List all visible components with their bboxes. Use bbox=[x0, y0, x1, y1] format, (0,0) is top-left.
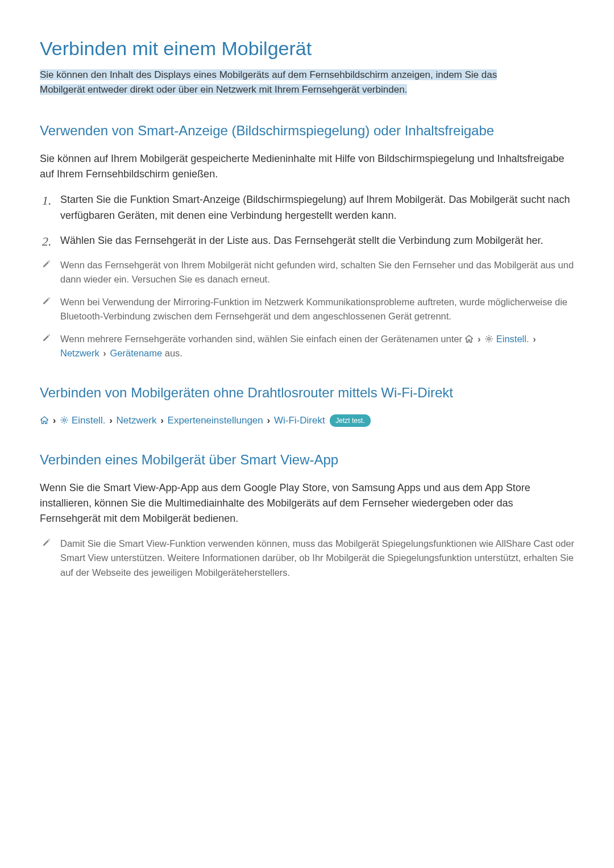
step-1: Starten Sie die Funktion Smart-Anzeige (… bbox=[40, 192, 574, 224]
section3-note-1: Damit Sie die Smart View-Funktion verwen… bbox=[40, 537, 574, 580]
path-devicename: Gerätename bbox=[110, 348, 162, 358]
chevron-icon: › bbox=[478, 332, 481, 347]
try-now-badge[interactable]: Jetzt test. bbox=[330, 414, 370, 427]
path-settings: Einstell. bbox=[72, 415, 106, 426]
section2-heading: Verbinden von Mobilgeräten ohne Drahtlos… bbox=[40, 383, 574, 403]
pencil-icon bbox=[42, 296, 51, 305]
home-icon bbox=[464, 334, 474, 343]
note-text: Damit Sie die Smart View-Funktion verwen… bbox=[60, 538, 574, 578]
page-title: Verbinden mit einem Mobilgerät bbox=[40, 34, 574, 63]
chevron-icon: › bbox=[533, 332, 536, 347]
path-wifidirect: Wi-Fi-Direkt bbox=[274, 415, 325, 426]
note3-pre: Wenn mehrere Fernsehgeräte vorhanden sin… bbox=[60, 334, 464, 344]
section1-note-2: Wenn bei Verwendung der Mirroring-Funkti… bbox=[40, 295, 574, 324]
step-2: Wählen Sie das Fernsehgerät in der Liste… bbox=[40, 233, 574, 249]
home-icon bbox=[40, 416, 49, 425]
chevron-icon: › bbox=[53, 413, 56, 428]
note3-post: aus. bbox=[165, 348, 182, 358]
section3-body: Wenn Sie die Smart View-App-App aus dem … bbox=[40, 480, 574, 526]
pencil-icon bbox=[42, 333, 51, 342]
pencil-icon bbox=[42, 538, 51, 547]
gear-icon bbox=[60, 416, 69, 425]
section1-steps: Starten Sie die Funktion Smart-Anzeige (… bbox=[40, 192, 574, 249]
path-expert: Experteneinstellungen bbox=[168, 415, 263, 426]
intro-highlight-1: Sie können den Inhalt des Displays eines… bbox=[40, 69, 497, 80]
path-network: Netzwerk bbox=[117, 415, 157, 426]
path-network: Netzwerk bbox=[60, 348, 99, 358]
section2-breadcrumb: › Einstell. › Netzwerk › Experteneinstel… bbox=[40, 413, 574, 428]
chevron-icon: › bbox=[103, 346, 106, 361]
section1-intro: Sie können auf Ihrem Mobilgerät gespeich… bbox=[40, 151, 574, 182]
section1-note-3: Wenn mehrere Fernsehgeräte vorhanden sin… bbox=[40, 332, 574, 361]
gear-icon bbox=[484, 334, 493, 343]
intro-highlight-2: Mobilgerät entweder direkt oder über ein… bbox=[40, 84, 407, 95]
note-text: Wenn bei Verwendung der Mirroring-Funkti… bbox=[60, 297, 567, 322]
section3-heading: Verbinden eines Mobilgerät über Smart Vi… bbox=[40, 450, 574, 470]
path-settings: Einstell. bbox=[496, 334, 529, 344]
page-intro: Sie können den Inhalt des Displays eines… bbox=[40, 68, 574, 97]
pencil-icon bbox=[42, 259, 51, 268]
note-text: Wenn das Fernsehgerät von Ihrem Mobilger… bbox=[60, 260, 574, 285]
chevron-icon: › bbox=[109, 413, 113, 428]
chevron-icon: › bbox=[160, 413, 164, 428]
section1-note-1: Wenn das Fernsehgerät von Ihrem Mobilger… bbox=[40, 258, 574, 287]
section1-heading: Verwenden von Smart-Anzeige (Bildschirms… bbox=[40, 121, 574, 141]
chevron-icon: › bbox=[267, 413, 271, 428]
